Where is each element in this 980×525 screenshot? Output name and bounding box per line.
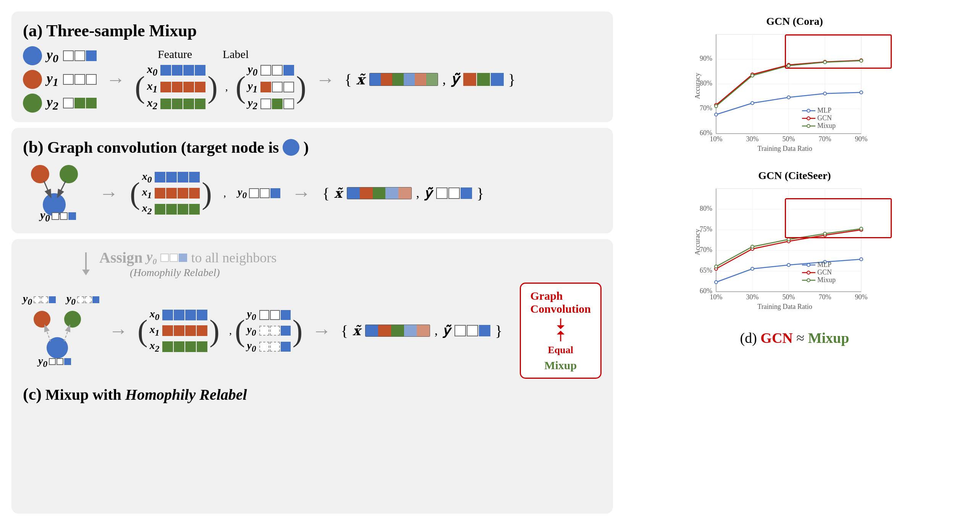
node-green-a — [23, 94, 42, 113]
result-b: { x̃ , ỹ } — [322, 184, 484, 202]
y0-label-a: y0 — [47, 47, 58, 65]
svg-point-8 — [64, 311, 81, 328]
svg-text:MLP: MLP — [817, 107, 831, 114]
svg-point-109 — [807, 279, 810, 282]
y1-label-a: y1 — [47, 70, 58, 89]
svg-text:90%: 90% — [855, 135, 868, 143]
graph-c: y0 y0 — [23, 292, 99, 369]
arrow-a: → — [106, 68, 125, 90]
svg-text:80%: 80% — [700, 79, 712, 87]
svg-point-54 — [807, 109, 810, 112]
svg-point-50 — [787, 64, 790, 67]
svg-text:10%: 10% — [710, 293, 723, 301]
feature-matrix-b: ( x0 x1 — [130, 170, 212, 216]
svg-point-91 — [860, 258, 863, 261]
bracket-left-feat: ( — [135, 72, 145, 102]
feature-block-a0 — [63, 50, 97, 61]
result-c: { x̃ , ỹ } — [341, 322, 502, 340]
approx-label: ≈ — [796, 330, 808, 346]
svg-marker-13 — [557, 325, 564, 329]
citeseer-chart-wrapper: 80% 75% 70% 65% 60% 10% 30% 50% 70% 90% … — [695, 185, 894, 316]
svg-point-101 — [860, 227, 863, 230]
left-panel: (a) Three-sample Mixup y0 — [11, 11, 613, 514]
label-header: Label — [223, 48, 249, 61]
section-c: Assign y0 to all neighbors (Homophily Re… — [11, 239, 613, 514]
svg-point-49 — [751, 74, 754, 77]
equal-arrow-icon — [555, 318, 566, 341]
svg-point-51 — [823, 61, 826, 64]
assign-feature — [160, 254, 187, 262]
svg-text:Accuracy: Accuracy — [695, 73, 701, 99]
arrow-c2: → — [312, 320, 331, 342]
section-c-label: (c) — [23, 384, 42, 404]
feature-matrix-c: ( x0 x1 — [137, 308, 220, 354]
svg-point-38 — [715, 113, 718, 116]
citeseer-chart-svg: 80% 75% 70% 65% 60% 10% 30% 50% 70% 90% … — [695, 185, 894, 315]
svg-point-42 — [860, 91, 863, 94]
svg-text:50%: 50% — [783, 293, 795, 301]
svg-text:Mixup: Mixup — [817, 276, 836, 284]
svg-line-3 — [44, 181, 50, 196]
bracket-right-feat: ) — [207, 72, 218, 102]
svg-text:65%: 65% — [700, 267, 712, 274]
node-orange-a — [23, 70, 42, 89]
feature-matrix-a: ( x0 x1 — [135, 63, 218, 111]
svg-point-97 — [715, 265, 718, 268]
svg-line-4 — [58, 181, 66, 196]
svg-text:70%: 70% — [819, 135, 831, 143]
svg-point-89 — [787, 263, 790, 267]
assign-area: Assign y0 to all neighbors (Homophily Re… — [23, 249, 602, 279]
mixup-label-d: Mixup — [808, 330, 849, 346]
svg-point-0 — [31, 165, 49, 183]
section-b-title: Graph convolution (target node is — [47, 138, 279, 157]
arrow-b: → — [99, 182, 118, 204]
svg-point-87 — [715, 281, 718, 284]
arrow-c: → — [109, 320, 128, 342]
svg-text:Mixup: Mixup — [817, 122, 836, 129]
svg-point-100 — [823, 232, 826, 235]
bracket-right-lbl: ) — [296, 72, 306, 102]
bracket-left-lbl: ( — [236, 72, 246, 102]
svg-text:Training Data Ratio: Training Data Ratio — [758, 303, 812, 310]
chart-cora: GCN (Cora) — [624, 15, 965, 154]
svg-point-60 — [807, 124, 810, 128]
svg-line-11 — [64, 326, 70, 341]
chart-citeseer: GCN (CiteSeer) — [624, 170, 965, 316]
equal-label: Equal — [548, 344, 573, 356]
label-matrix-b: y0 — [238, 186, 280, 200]
svg-text:GCN: GCN — [817, 114, 832, 122]
svg-text:70%: 70% — [700, 246, 712, 254]
section-c-content: y0 y0 — [23, 283, 602, 379]
svg-line-10 — [45, 326, 50, 341]
svg-text:30%: 30% — [746, 293, 759, 301]
homophily-label: (Homophily Relabel) — [99, 267, 220, 279]
node-row-1: y1 — [23, 70, 97, 89]
equal-box: Graph Convolution Equal Mixup — [520, 283, 602, 379]
svg-point-98 — [751, 245, 754, 248]
arrow-a2: → — [316, 68, 335, 90]
feature-block-a2 — [63, 98, 97, 108]
svg-marker-6 — [82, 270, 90, 275]
svg-text:Training Data Ratio: Training Data Ratio — [758, 145, 812, 152]
svg-point-48 — [715, 105, 718, 108]
section-a: (a) Three-sample Mixup y0 — [11, 11, 613, 122]
nodes-list-a: y0 y1 — [23, 46, 97, 113]
node-blue-a — [23, 46, 42, 65]
result-a: { x̃ , ỹ — [344, 71, 516, 89]
down-arrow-icon — [80, 252, 92, 275]
arrow-b2: → — [292, 182, 311, 204]
cora-title: GCN (Cora) — [766, 15, 823, 27]
svg-point-88 — [751, 267, 754, 270]
svg-point-7 — [34, 311, 50, 328]
svg-text:80%: 80% — [700, 205, 712, 212]
cora-chart-wrapper: 90% 80% 70% 60% 10% 30% 50% 70% 90% Trai… — [695, 31, 894, 154]
section-c-title-row: (c) Mixup with Homophily Relabel — [23, 384, 602, 404]
svg-point-103 — [807, 263, 810, 267]
svg-text:90%: 90% — [700, 55, 712, 62]
feature-block-a1 — [63, 74, 97, 85]
node-row-0: y0 — [23, 46, 97, 65]
svg-text:50%: 50% — [783, 135, 795, 143]
assign-y0: y0 — [146, 249, 157, 267]
node-row-2: y2 — [23, 94, 97, 113]
cora-chart-svg: 90% 80% 70% 60% 10% 30% 50% 70% 90% Trai… — [695, 31, 894, 153]
